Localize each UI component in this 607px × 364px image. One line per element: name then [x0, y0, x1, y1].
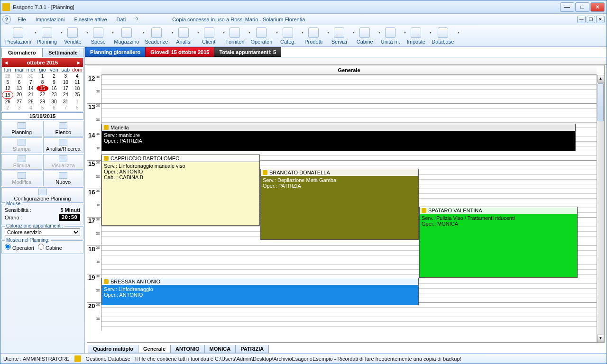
cal-day[interactable]: 29 — [13, 73, 25, 79]
bottom-tab-monica[interactable]: MONICA — [204, 345, 236, 353]
cal-day[interactable]: 10 — [60, 79, 71, 85]
cal-day[interactable]: 15 — [37, 85, 48, 91]
cal-day[interactable]: 8 — [72, 105, 83, 111]
tab-giornaliero[interactable]: Giornaliero — [1, 48, 43, 57]
menu-file[interactable]: File — [14, 16, 30, 23]
cal-day[interactable]: 20 — [13, 91, 25, 99]
toolbar-vendite[interactable]: Vendite▾ — [60, 27, 85, 46]
appointment[interactable]: SPATARO VALENTINAServ.: Pulizia Viso / T… — [419, 207, 578, 278]
status-db[interactable]: Gestione Database — [86, 356, 130, 362]
cal-day[interactable]: 4 — [72, 73, 83, 79]
toolbar-prodotti[interactable]: Prodotti▾ — [301, 27, 326, 46]
cal-day[interactable]: 19 — [2, 91, 13, 99]
toolbar-database[interactable]: Database▾ — [429, 27, 457, 46]
menu-impostazioni[interactable]: Impostazioni — [32, 16, 69, 23]
btn-visualizza[interactable]: Visualizza — [43, 154, 84, 170]
cal-day[interactable]: 1 — [72, 99, 83, 105]
cal-day[interactable]: 1 — [37, 73, 48, 79]
menu-help[interactable]: ? — [131, 16, 142, 23]
toolbar-prestazioni[interactable]: Prestazioni▾ — [2, 27, 34, 46]
cal-day[interactable]: 22 — [37, 91, 48, 99]
btn-modifica[interactable]: Modifica — [1, 171, 42, 186]
menu-finestre[interactable]: Finestre attive — [71, 16, 111, 23]
cal-day[interactable]: 26 — [2, 99, 13, 105]
mdi-close[interactable]: ✕ — [596, 16, 605, 23]
cal-day[interactable]: 11 — [72, 79, 83, 85]
bottom-tab-patrizia[interactable]: PATRIZIA — [235, 345, 269, 353]
scroll-thumb[interactable] — [598, 83, 604, 121]
cal-day[interactable]: 12 — [2, 85, 13, 91]
cal-day[interactable]: 17 — [60, 85, 71, 91]
minimize-button[interactable]: — — [560, 2, 574, 12]
cal-day[interactable]: 25 — [72, 91, 83, 99]
scroll-up[interactable]: ▲ — [597, 75, 604, 82]
time-ruler[interactable] — [85, 57, 607, 65]
toolbar-scadenze[interactable]: Scadenze▾ — [142, 27, 171, 46]
toolbar-imposte[interactable]: Imposte▾ — [403, 27, 429, 46]
menu-dati[interactable]: Dati — [113, 16, 130, 23]
cal-day[interactable]: 9 — [48, 79, 60, 85]
cal-day[interactable]: 3 — [13, 105, 25, 111]
toolbar-unitm[interactable]: Unità m.▾ — [377, 27, 403, 46]
cal-day[interactable]: 28 — [2, 73, 13, 79]
cal-day[interactable]: 2 — [48, 73, 60, 79]
toolbar-categ[interactable]: Categ.▾ — [275, 27, 301, 46]
maximize-button[interactable]: □ — [575, 2, 589, 12]
cal-day[interactable]: 16 — [48, 85, 60, 91]
btn-elenco[interactable]: Elenco — [43, 121, 84, 136]
appointment[interactable]: BRANCATO DONATELLAServ.: Depilazione Met… — [260, 169, 419, 240]
cal-day[interactable]: 13 — [13, 85, 25, 91]
cal-day[interactable]: 8 — [37, 79, 48, 85]
cal-day[interactable]: 14 — [25, 85, 37, 91]
cal-day[interactable]: 7 — [60, 105, 71, 111]
cal-day[interactable]: 31 — [60, 99, 71, 105]
toolbar-clienti[interactable]: Clienti▾ — [196, 27, 222, 46]
btn-analisi[interactable]: Analisi/Ricerca — [43, 137, 84, 153]
cal-day[interactable]: 5 — [37, 105, 48, 111]
btn-nuovo[interactable]: Nuovo — [43, 171, 84, 186]
cal-day[interactable]: 21 — [25, 91, 37, 99]
toolbar-operatori[interactable]: Operatori▾ — [248, 27, 275, 46]
cal-day[interactable]: 7 — [25, 79, 37, 85]
cal-day[interactable]: 30 — [25, 73, 37, 79]
toolbar-servizi[interactable]: Servizi▾ — [326, 27, 352, 46]
btn-elimina[interactable]: Elimina — [1, 154, 42, 170]
cal-day[interactable]: 3 — [60, 73, 71, 79]
toolbar-spese[interactable]: Spese▾ — [85, 27, 111, 46]
appointment[interactable]: BRESSAN ANTONIOServ.: Linfodrenaggio Ope… — [101, 278, 419, 305]
scroll-down[interactable]: ▼ — [597, 335, 604, 342]
bottom-tab-generale[interactable]: Generale — [138, 345, 171, 353]
cal-day[interactable]: 30 — [48, 99, 60, 105]
cal-day[interactable]: 29 — [37, 99, 48, 105]
cal-day[interactable]: 4 — [25, 105, 37, 111]
toolbar-planning[interactable]: Planning▾ — [34, 27, 60, 46]
toolbar-cabine[interactable]: Cabine▾ — [352, 27, 377, 46]
vertical-scrollbar[interactable]: ▲ ▼ — [597, 75, 604, 342]
cal-day[interactable]: 23 — [48, 91, 60, 99]
mdi-minimize[interactable]: — — [577, 16, 586, 23]
appointment[interactable]: MariellaServ.: manicure Oper.: PATRIZIA — [101, 124, 576, 151]
cal-day[interactable]: 6 — [13, 79, 25, 85]
close-button[interactable]: ✕ — [590, 2, 605, 12]
mdi-restore[interactable]: ❐ — [587, 16, 595, 23]
cal-day[interactable]: 18 — [72, 85, 83, 91]
cal-day[interactable]: 28 — [25, 99, 37, 105]
btn-stampa[interactable]: Stampa — [1, 137, 42, 153]
coloring-select[interactable]: Colore servizio — [5, 228, 80, 236]
toolbar-fornitori[interactable]: Fornitori▾ — [222, 27, 248, 46]
radio-operatori[interactable]: Operatori — [5, 244, 34, 251]
toolbar-magazzino[interactable]: Magazzino▾ — [111, 27, 142, 46]
cal-day[interactable]: 5 — [2, 79, 13, 85]
bottom-tab-antonio[interactable]: ANTONIO — [170, 345, 205, 353]
btn-planning[interactable]: Planning — [1, 121, 42, 136]
cal-prev[interactable]: ◄ — [3, 60, 9, 65]
radio-cabine[interactable]: Cabine — [38, 244, 62, 251]
cal-day[interactable]: 24 — [60, 91, 71, 99]
appointment[interactable]: CAPPUCCIO BARTOLOMEOServ.: Linfodrenaggi… — [101, 155, 260, 226]
bottom-tab-quadro-multiplo[interactable]: Quadro multiplo — [88, 345, 138, 353]
cal-day[interactable]: 6 — [48, 105, 60, 111]
toolbar-analisi[interactable]: Analisi▾ — [171, 27, 196, 46]
cal-day[interactable]: 2 — [2, 105, 13, 111]
help-icon[interactable]: ? — [2, 15, 11, 24]
schedule-grid[interactable]: MariellaServ.: manicure Oper.: PATRIZIAC… — [101, 75, 597, 342]
